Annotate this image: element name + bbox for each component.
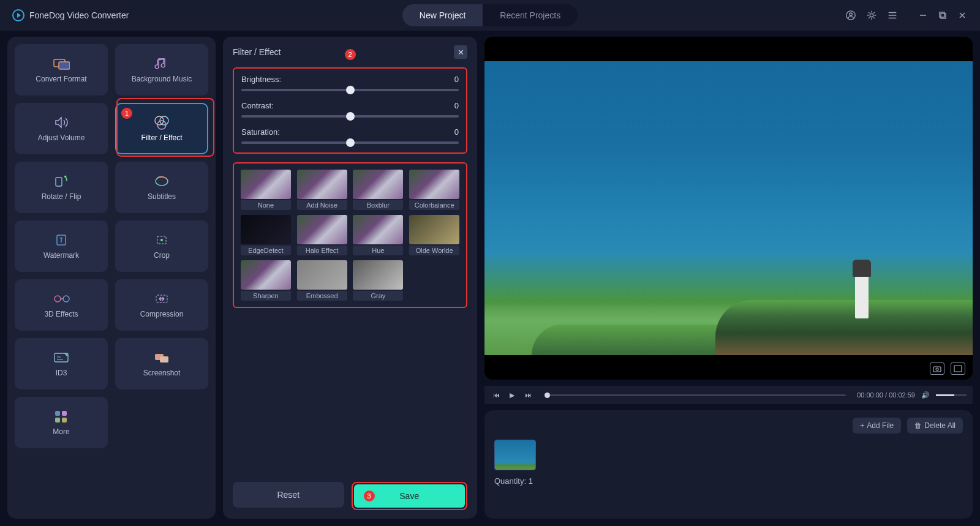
tab-new-project[interactable]: New Project <box>402 4 483 26</box>
settings-icon[interactable] <box>866 10 877 21</box>
tool-crop[interactable]: Crop <box>115 220 208 272</box>
maximize-button[interactable] <box>937 10 948 21</box>
saturation-row: Saturation: 0 <box>241 127 459 144</box>
tool-compression[interactable]: Compression <box>115 279 208 331</box>
annotation-highlight-filters: None Add Noise Boxblur Colorbalance Edge… <box>233 162 467 308</box>
tool-label: Crop <box>154 251 170 260</box>
filter-gray[interactable]: Gray <box>353 260 404 301</box>
filter-embossed[interactable]: Embossed <box>296 260 348 301</box>
app-logo: FoneDog Video Converter <box>12 9 129 21</box>
brightness-label: Brightness: <box>241 75 281 84</box>
tool-3d-effects[interactable]: 3D Effects <box>15 279 108 331</box>
filter-panel: Filter / Effect 2 ✕ Brightness: 0 Contra… <box>223 37 477 519</box>
tool-convert-format[interactable]: Convert Format <box>15 44 108 96</box>
svg-rect-10 <box>56 178 62 186</box>
filter-grid: None Add Noise Boxblur Colorbalance Edge… <box>240 170 460 301</box>
filter-edgedetect[interactable]: EdgeDetect <box>240 215 292 255</box>
prev-button[interactable]: ⏮ <box>491 389 502 400</box>
svg-text:T: T <box>59 237 63 244</box>
camera-icon[interactable] <box>930 363 944 375</box>
menu-icon[interactable] <box>887 10 898 21</box>
account-icon[interactable] <box>845 10 856 21</box>
annotation-highlight-3: 3 Save <box>352 482 468 510</box>
tool-label: Filter / Effect <box>141 133 182 142</box>
saturation-slider[interactable] <box>241 141 459 144</box>
project-tabs: New Project Recent Projects <box>402 4 578 26</box>
tool-label: Watermark <box>43 251 79 260</box>
music-icon <box>153 56 170 71</box>
video-preview[interactable] <box>484 37 973 380</box>
play-button[interactable]: ▶ <box>507 389 518 400</box>
svg-point-16 <box>160 239 163 241</box>
file-thumbnail[interactable] <box>494 440 536 470</box>
tool-watermark[interactable]: T Watermark <box>15 220 108 272</box>
next-button[interactable]: ⏭ <box>522 389 533 400</box>
tool-more[interactable]: More <box>15 397 108 448</box>
volume-icon[interactable]: 🔊 <box>920 389 931 400</box>
filter-hue[interactable]: Hue <box>353 215 404 255</box>
reset-button[interactable]: Reset <box>233 482 344 508</box>
filter-halo-effect[interactable]: Halo Effect <box>296 215 348 255</box>
svg-point-18 <box>63 296 69 302</box>
annotation-highlight-2: Brightness: 0 Contrast: 0 Saturation: 0 <box>233 67 467 154</box>
tool-rotate-flip[interactable]: Rotate / Flip <box>15 162 108 213</box>
fullscreen-icon[interactable] <box>951 363 965 375</box>
annotation-badge-2: 2 <box>345 49 356 60</box>
contrast-row: Contrast: 0 <box>241 101 459 118</box>
playback-bar: ⏮ ▶ ⏭ 00:00:00 / 00:02:59 🔊 <box>484 386 973 404</box>
convert-format-icon <box>53 56 70 71</box>
contrast-value: 0 <box>454 101 459 110</box>
tool-label: Adjust Volume <box>38 133 85 142</box>
saturation-value: 0 <box>454 127 459 137</box>
saturation-label: Saturation: <box>241 127 280 137</box>
svg-rect-23 <box>55 411 60 416</box>
logo-icon <box>12 9 24 21</box>
delete-all-button[interactable]: 🗑Delete All <box>907 418 963 434</box>
filter-none[interactable]: None <box>240 170 292 210</box>
tool-filter-effect[interactable]: 1 Filter / Effect <box>115 103 208 154</box>
tool-screenshot[interactable]: Screenshot <box>115 338 208 389</box>
panel-title: Filter / Effect <box>233 47 281 57</box>
svg-rect-22 <box>160 356 168 363</box>
svg-point-2 <box>870 13 873 17</box>
svg-point-17 <box>55 296 61 302</box>
tool-label: ID3 <box>56 369 67 377</box>
tab-recent-projects[interactable]: Recent Projects <box>483 4 578 26</box>
crop-icon <box>153 233 170 247</box>
contrast-label: Contrast: <box>241 101 274 110</box>
close-panel-button[interactable]: ✕ <box>454 45 467 59</box>
filter-olde-worlde[interactable]: Olde Worlde <box>409 215 460 255</box>
filter-icon <box>153 115 170 130</box>
add-file-button[interactable]: +Add File <box>853 418 901 434</box>
brightness-row: Brightness: 0 <box>241 75 459 91</box>
filter-add-noise[interactable]: Add Noise <box>296 170 348 210</box>
seek-slider[interactable] <box>545 394 846 396</box>
minimize-button[interactable] <box>918 10 929 21</box>
svg-point-11 <box>65 176 67 178</box>
tool-id3[interactable]: ID3 <box>15 338 108 389</box>
svg-rect-4 <box>941 13 946 18</box>
more-icon <box>53 409 70 424</box>
volume-slider[interactable] <box>936 394 967 396</box>
contrast-slider[interactable] <box>241 115 459 118</box>
tool-background-music[interactable]: Background Music <box>115 44 208 96</box>
tool-adjust-volume[interactable]: Adjust Volume <box>15 103 108 154</box>
filter-sharpen[interactable]: Sharpen <box>240 260 292 301</box>
svg-rect-29 <box>954 366 962 372</box>
screenshot-icon <box>153 350 170 365</box>
svg-point-1 <box>850 13 853 16</box>
rotate-icon <box>53 174 70 189</box>
svg-rect-26 <box>62 418 67 423</box>
annotation-badge-1: 1 <box>121 108 132 119</box>
quantity-text: Quantity: 1 <box>494 476 963 486</box>
volume-icon <box>53 115 70 130</box>
close-button[interactable] <box>957 10 968 21</box>
filter-boxblur[interactable]: Boxblur <box>353 170 404 210</box>
tool-panel: Convert Format Background Music Adjust V… <box>7 37 216 519</box>
tool-label: Screenshot <box>143 369 181 377</box>
tool-subtitles[interactable]: Subtitles <box>115 162 208 213</box>
brightness-slider[interactable] <box>241 89 459 91</box>
app-title: FoneDog Video Converter <box>29 10 129 20</box>
filter-colorbalance[interactable]: Colorbalance <box>409 170 460 210</box>
subtitles-icon <box>153 174 170 189</box>
